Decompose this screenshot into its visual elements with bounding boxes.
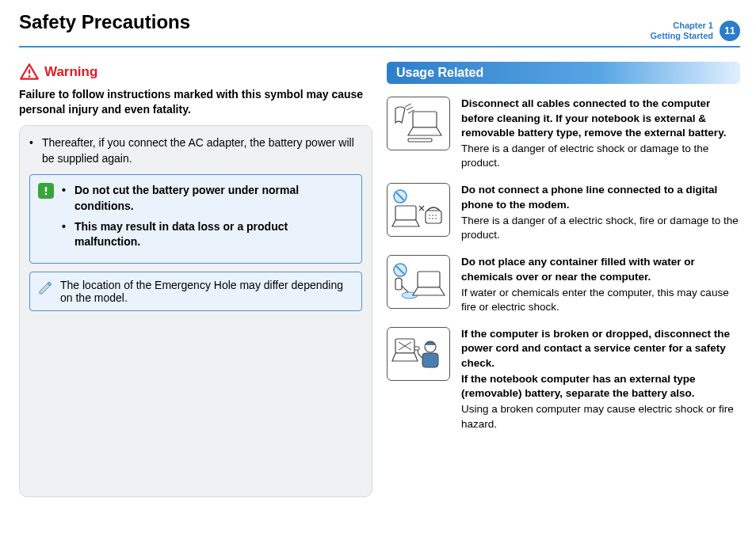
usage-bold: Do not connect a phone line connected to… — [461, 183, 740, 211]
usage-sub: Using a broken computer may cause electr… — [461, 402, 740, 431]
usage-text: Do not connect a phone line connected to… — [461, 183, 740, 244]
svg-point-14 — [435, 215, 437, 217]
svg-point-3 — [45, 193, 48, 196]
svg-point-1 — [29, 75, 31, 78]
svg-point-12 — [429, 215, 430, 217]
caution-box: • Do not cut the battery power under nor… — [29, 174, 362, 263]
usage-bold: Do not place any container filled with w… — [461, 255, 740, 283]
page-header: Safety Precautions Chapter 1 Getting Sta… — [19, 11, 740, 48]
warning-heading: Warning — [19, 62, 372, 82]
content-columns: Warning Failure to follow instructions m… — [19, 62, 740, 497]
svg-point-15 — [429, 219, 430, 220]
svg-rect-5 — [408, 139, 432, 142]
warning-description: Failure to follow instructions marked wi… — [19, 87, 372, 117]
caution-list: • Do not cut the battery power under nor… — [62, 183, 352, 254]
caution-text-2: This may result in data loss or a produc… — [74, 219, 352, 250]
caution-text-1: Do not cut the battery power under norma… — [74, 183, 352, 214]
svg-rect-11 — [426, 211, 441, 223]
usage-bold-2: If the notebook computer has an external… — [461, 372, 740, 401]
note-box: The location of the Emergency Hole may d… — [29, 272, 362, 311]
svg-rect-21 — [418, 272, 440, 287]
ac-adapter-text: Thereafter, if you connect the AC adapte… — [42, 135, 362, 166]
usage-text: Do not place any container filled with w… — [461, 255, 740, 316]
usage-illustration-phone — [387, 183, 450, 237]
right-column: Usage Related Disconnect all cables conn… — [387, 62, 740, 497]
usage-sub: If water or chemicals enter the computer… — [461, 286, 740, 314]
usage-text: If the computer is broken or dropped, di… — [461, 327, 740, 433]
usage-illustration-cleaning — [387, 97, 450, 150]
warning-label: Warning — [44, 64, 97, 80]
svg-rect-4 — [413, 112, 437, 127]
svg-point-16 — [432, 219, 433, 220]
usage-bold: Disconnect all cables connected to the c… — [461, 97, 740, 140]
usage-item: Disconnect all cables connected to the c… — [387, 97, 740, 172]
caution-square-icon — [38, 183, 54, 199]
ac-adapter-bullet: • Thereafter, if you connect the AC adap… — [29, 135, 362, 166]
page-number-badge: 11 — [720, 21, 740, 41]
caution-bullet-2: • This may result in data loss or a prod… — [62, 219, 352, 250]
caution-bullet-1: • Do not cut the battery power under nor… — [62, 183, 352, 214]
usage-sub: There is a danger of a electric shock, f… — [461, 214, 740, 242]
usage-item: Do not place any container filled with w… — [387, 255, 740, 316]
svg-rect-26 — [422, 353, 438, 367]
usage-text: Disconnect all cables connected to the c… — [461, 97, 740, 172]
usage-item: If the computer is broken or dropped, di… — [387, 327, 740, 433]
usage-illustration-service — [387, 327, 450, 381]
usage-sub: There is a danger of electric shock or d… — [461, 142, 740, 170]
header-meta: Chapter 1 Getting Started 11 — [651, 21, 740, 41]
chapter-info: Chapter 1 Getting Started — [651, 21, 713, 41]
page-title: Safety Precautions — [19, 11, 190, 33]
page-number: 11 — [724, 25, 735, 36]
usage-item: Do not connect a phone line connected to… — [387, 183, 740, 244]
usage-illustration-water — [387, 255, 450, 309]
warning-triangle-icon — [19, 62, 40, 82]
note-pencil-icon — [38, 279, 54, 295]
section-banner-usage: Usage Related — [387, 62, 740, 84]
svg-point-17 — [435, 219, 437, 220]
note-text: The location of the Emergency Hole may d… — [60, 279, 353, 304]
chapter-line-2: Getting Started — [651, 31, 713, 41]
bullet-icon: • — [62, 219, 68, 250]
bullet-icon: • — [62, 183, 68, 214]
svg-rect-8 — [395, 206, 416, 220]
left-column: Warning Failure to follow instructions m… — [19, 62, 372, 497]
svg-rect-27 — [414, 347, 419, 350]
document-page: Safety Precautions Chapter 1 Getting Sta… — [0, 0, 756, 505]
usage-bold: If the computer is broken or dropped, di… — [461, 327, 740, 371]
chapter-line-1: Chapter 1 — [651, 21, 713, 31]
svg-point-13 — [432, 215, 433, 217]
left-panel: • Thereafter, if you connect the AC adap… — [19, 125, 372, 497]
bullet-icon: • — [29, 135, 36, 166]
